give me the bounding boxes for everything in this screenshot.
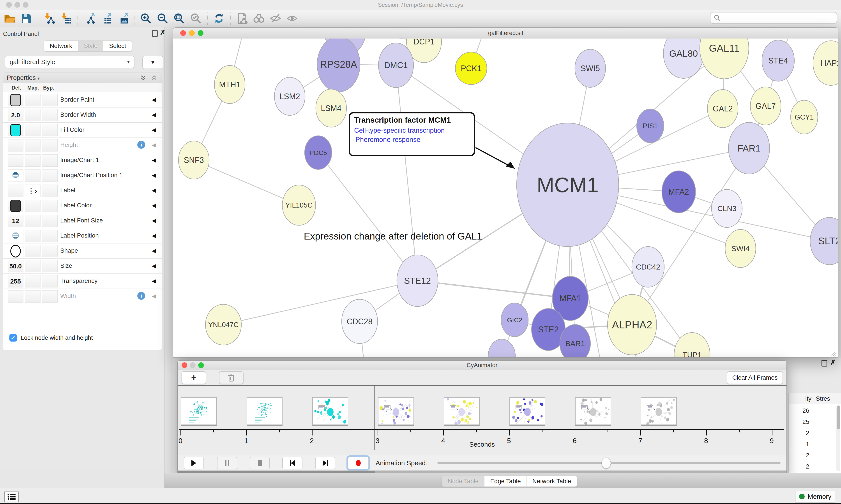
frame-thumbnail-2[interactable]	[312, 397, 348, 426]
annotation-link[interactable]: Pheromone response	[355, 136, 420, 143]
network-window-titlebar[interactable]: galFiltered.sif	[173, 28, 838, 39]
bypass-cell[interactable]	[42, 230, 58, 242]
show-details-button[interactable]	[285, 12, 299, 25]
table-cell[interactable]: 2	[789, 461, 809, 472]
export-network-button[interactable]	[82, 12, 96, 25]
close-table-panel-icon[interactable]: ✗	[830, 360, 836, 365]
tab-network-table[interactable]: Network Table	[526, 476, 577, 486]
network-canvas[interactable]: DCP1RPS28ADMC1PCK1SWI5GAL80GAL11STE4HAP2…	[173, 38, 838, 357]
frame-thumbnail-3[interactable]	[378, 397, 414, 426]
timeline-playhead[interactable]	[375, 385, 375, 450]
import-network-button[interactable]	[42, 12, 56, 25]
record-button[interactable]	[348, 457, 369, 469]
export-table-button[interactable]	[99, 12, 113, 25]
mapping-cell[interactable]	[25, 230, 40, 242]
info-icon[interactable]: i	[137, 141, 145, 149]
mapping-cell[interactable]	[25, 215, 40, 227]
minimize-traffic-light[interactable]	[190, 362, 196, 368]
bypass-cell[interactable]	[42, 245, 58, 257]
tab-network[interactable]: Network	[44, 41, 78, 51]
expand-row-icon[interactable]: ◀	[152, 232, 156, 239]
property-row-border-paint[interactable]: Border Paint◀	[3, 92, 162, 108]
property-row-fill-color[interactable]: Fill Color◀	[3, 123, 162, 138]
pause-button[interactable]	[217, 457, 237, 469]
default-value-cell[interactable]	[8, 124, 23, 137]
zoom-traffic-light[interactable]	[198, 362, 204, 368]
bypass-cell[interactable]	[42, 200, 58, 212]
property-row-transparency[interactable]: 255Transparency◀	[3, 274, 162, 289]
table-cell[interactable]: 25	[789, 416, 809, 427]
expand-row-icon[interactable]: ◀	[152, 111, 156, 118]
expand-row-icon[interactable]: ◀	[152, 217, 156, 224]
mapping-cell[interactable]: ⋮›	[25, 184, 40, 197]
property-row-label-position[interactable]: Label Position◀	[3, 228, 162, 244]
mapping-cell[interactable]	[25, 109, 40, 121]
default-value-cell[interactable]	[8, 290, 23, 303]
search-binoculars-button[interactable]	[252, 12, 266, 25]
property-row-label-color[interactable]: Label Color◀	[3, 198, 162, 213]
expand-row-icon[interactable]: ◀	[152, 172, 156, 179]
default-value-cell[interactable]: 2.0	[8, 109, 23, 121]
clear-all-frames-button[interactable]: Clear All Frames	[727, 371, 783, 384]
mapping-cell[interactable]	[25, 169, 40, 182]
bypass-cell[interactable]	[42, 275, 58, 287]
expand-all-icon[interactable]	[140, 74, 147, 82]
bypass-cell[interactable]	[42, 290, 58, 303]
collapse-all-icon[interactable]	[150, 74, 158, 82]
mapping-cell[interactable]	[25, 94, 40, 106]
tab-edge-table[interactable]: Edge Table	[484, 476, 526, 486]
mapping-cell[interactable]	[25, 200, 40, 212]
info-icon[interactable]: i	[137, 292, 145, 300]
default-value-cell[interactable]	[8, 169, 23, 182]
bypass-cell[interactable]	[42, 169, 58, 182]
mapping-cell[interactable]	[25, 139, 40, 151]
default-value-cell[interactable]: 255	[8, 275, 23, 287]
stop-button[interactable]	[250, 457, 270, 469]
network-node-GIC1[interactable]	[488, 339, 515, 357]
column-header[interactable]: ity	[805, 395, 811, 402]
lock-size-checkbox[interactable]: ✓	[10, 334, 17, 342]
tab-style[interactable]: Style	[78, 41, 103, 51]
zoom-selected-button[interactable]	[189, 12, 203, 25]
hide-details-button[interactable]	[269, 12, 283, 25]
bypass-cell[interactable]	[42, 109, 58, 121]
expand-row-icon[interactable]: ◀	[152, 127, 156, 133]
property-row-width[interactable]: Widthi◀	[3, 289, 162, 304]
expand-row-icon[interactable]: ◀	[152, 157, 156, 164]
frame-thumbnail-0[interactable]	[181, 397, 217, 426]
expand-row-icon[interactable]: ◀	[152, 277, 156, 284]
table-cell[interactable]: 2	[789, 427, 809, 438]
expand-row-icon[interactable]: ◀	[152, 187, 156, 194]
show-panels-button[interactable]	[4, 491, 19, 502]
table-cell[interactable]: 1	[789, 438, 809, 450]
tab-node-table[interactable]: Node Table	[442, 476, 484, 486]
skip-start-button[interactable]	[282, 457, 302, 469]
add-frame-button[interactable]: +	[182, 371, 206, 384]
property-row-label-font-size[interactable]: 12Label Font Size◀	[3, 213, 162, 228]
frame-thumbnail-1[interactable]	[247, 397, 283, 426]
default-value-cell[interactable]	[8, 245, 23, 257]
close-traffic-light[interactable]	[182, 362, 187, 368]
default-value-cell[interactable]	[8, 230, 23, 242]
mapping-cell[interactable]	[25, 154, 40, 167]
default-value-cell[interactable]	[8, 139, 23, 151]
refresh-layout-button[interactable]	[212, 12, 226, 25]
zoom-traffic-light[interactable]	[198, 30, 203, 36]
bypass-cell[interactable]	[42, 215, 58, 227]
mapping-cell[interactable]	[25, 245, 40, 257]
default-value-cell[interactable]: 50.0	[8, 260, 23, 272]
export-image-button[interactable]	[115, 12, 130, 25]
minimize-traffic-light[interactable]	[189, 30, 195, 36]
expand-row-icon[interactable]: ◀	[152, 142, 156, 148]
expand-row-icon[interactable]: ◀	[152, 293, 156, 300]
bypass-cell[interactable]	[42, 154, 58, 167]
close-panel-icon[interactable]: ✗	[160, 30, 165, 35]
close-traffic-light[interactable]	[180, 30, 186, 36]
float-table-panel-icon[interactable]	[822, 360, 827, 366]
cyanimator-titlebar[interactable]: CyAnimator	[178, 361, 786, 370]
zoom-fit-button[interactable]	[172, 12, 186, 25]
resize-grip[interactable]	[831, 352, 836, 357]
frame-thumbnail-6[interactable]	[575, 397, 611, 426]
frame-thumbnail-4[interactable]	[444, 397, 480, 426]
table-cell[interactable]: 2	[789, 450, 809, 461]
